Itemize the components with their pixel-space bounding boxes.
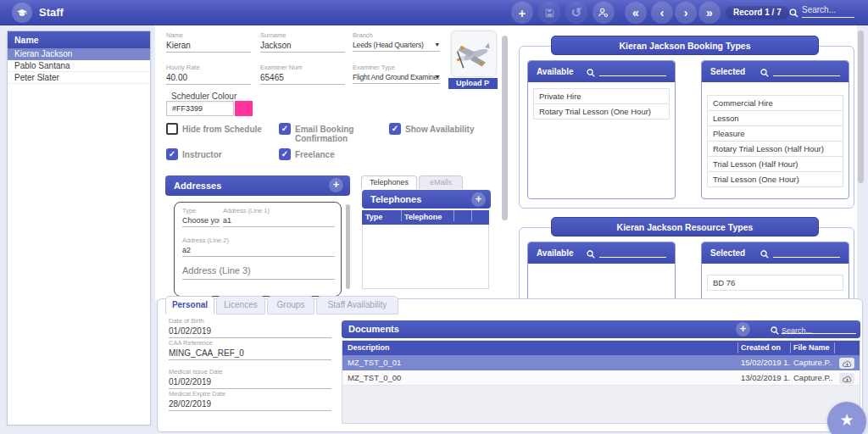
list-item[interactable]: Trial Lesson (One Hour) xyxy=(707,171,843,187)
hourly-rate-field: Hourly Rate 40.00 xyxy=(166,64,251,85)
date-of-birth-label: Date of Birth xyxy=(169,317,331,325)
telephones-table-body xyxy=(362,225,489,289)
address-line2-label: Address (Line 2) xyxy=(182,236,335,244)
date-of-birth-input[interactable]: 01/02/2019 xyxy=(169,326,331,338)
file-name-column: File Name xyxy=(793,341,830,355)
address-type-select[interactable]: Choose you xyxy=(182,216,220,227)
upload-photo-button[interactable]: Upload P xyxy=(448,78,498,89)
add-address-button[interactable]: + xyxy=(329,178,343,192)
save-floppy-icon xyxy=(544,8,555,19)
medical-issue-date-input[interactable]: 01/02/2019 xyxy=(169,377,331,389)
branch-field: Branch Leeds (Head Quarters)▼ xyxy=(353,31,440,52)
hide-from-schedule-checkbox[interactable] xyxy=(166,123,178,135)
download-document-button[interactable] xyxy=(839,358,854,369)
list-item[interactable]: Rotary Trial Lesson (One Hour) xyxy=(533,103,670,120)
name-input[interactable]: Kieran xyxy=(166,41,251,53)
form-scrollbar[interactable] xyxy=(502,36,508,220)
check-icon: ✓ xyxy=(281,149,288,159)
document-description: MZ_TST_0_01 xyxy=(348,355,602,370)
staff-photo[interactable] xyxy=(452,31,496,76)
staff-list-item[interactable]: Kieran Jackson xyxy=(8,48,150,60)
tab-staff-availability[interactable]: Staff Availability xyxy=(316,296,398,314)
booking-selected-search-input[interactable] xyxy=(773,75,840,76)
address-card: Type Choose you Address (Line 1) a1 Addr… xyxy=(174,202,342,297)
search-icon xyxy=(770,324,780,342)
resource-selected-list: BD 76 xyxy=(707,275,843,291)
examiner-num-field: Examiner Num 65465 xyxy=(260,64,345,85)
document-row[interactable]: MZ_TST_0_01 15/02/2019 1... Capture.P... xyxy=(342,355,860,370)
tab-groups[interactable]: Groups xyxy=(267,296,314,314)
scheduler-colour-swatch[interactable] xyxy=(235,101,253,116)
list-item[interactable]: Rotary Trial Lesson (Half Hour) xyxy=(707,141,843,157)
surname-field: Surname Jackson xyxy=(260,31,345,53)
resource-available-header: Available xyxy=(528,242,675,264)
download-document-button[interactable] xyxy=(839,373,854,384)
prev-record-icon: ‹ xyxy=(660,7,665,19)
examiner-num-input[interactable]: 65465 xyxy=(260,73,345,85)
resource-available-search-input[interactable] xyxy=(599,257,666,258)
search-icon xyxy=(586,66,596,81)
staff-list-header: Name xyxy=(8,31,150,48)
address-line2-input[interactable]: a2 xyxy=(182,246,335,257)
caa-reference-input[interactable]: MING_CAA_REF_0 xyxy=(169,348,331,360)
email-booking-confirmation-checkbox[interactable]: ✓ xyxy=(279,123,291,135)
document-description: MZ_TST_0_00 xyxy=(348,370,602,386)
scheduler-colour-input[interactable]: #FF3399 xyxy=(166,101,234,116)
documents-search-input[interactable]: Search... xyxy=(782,322,856,334)
right-panel-scrollbar[interactable] xyxy=(858,31,864,183)
list-item[interactable]: Trial Lesson (Half Hour) xyxy=(707,156,843,172)
list-item[interactable]: Private Hire xyxy=(533,88,670,104)
document-created-on: 15/02/2019 1... xyxy=(741,355,790,370)
add-document-button[interactable]: + xyxy=(736,322,750,337)
cloud-download-icon xyxy=(842,359,853,368)
first-record-button[interactable]: « xyxy=(625,2,647,24)
resource-selected-search-input[interactable] xyxy=(773,257,840,258)
instructor-checkbox[interactable]: ✓ xyxy=(166,148,178,160)
address-type-label: Type xyxy=(182,207,220,214)
medical-issue-date-label: Medical Issue Date xyxy=(169,368,331,376)
undo-button[interactable]: ↺ xyxy=(565,2,587,24)
tab-emails[interactable]: eMails xyxy=(419,175,463,189)
addresses-title: Addresses xyxy=(174,181,221,191)
column-divider xyxy=(737,342,738,353)
branch-select[interactable]: Leeds (Head Quarters)▼ xyxy=(353,41,440,52)
global-search-input[interactable]: Search... xyxy=(802,5,854,18)
examiner-type-select[interactable]: Flight And Ground Examiner▼ xyxy=(353,73,440,84)
address-line3-input[interactable]: Address (Line 3) xyxy=(182,265,335,280)
available-title: Available xyxy=(537,61,574,82)
booking-selected-panel: Selected Commercial Hire Lesson Pleasure… xyxy=(701,60,849,199)
column-divider xyxy=(453,210,454,221)
name-field: Name Kieran xyxy=(166,31,251,53)
next-record-button[interactable]: › xyxy=(675,2,697,24)
list-item[interactable]: Commercial Hire xyxy=(707,95,843,111)
add-record-button[interactable]: + xyxy=(511,2,533,24)
address-line1-input[interactable]: a1 xyxy=(223,216,335,227)
list-item[interactable]: Lesson xyxy=(707,110,843,126)
tab-telephones[interactable]: Telephones xyxy=(361,175,417,189)
prev-record-button[interactable]: ‹ xyxy=(651,2,673,24)
freelance-label: Freelance xyxy=(295,150,335,159)
show-availability-checkbox[interactable]: ✓ xyxy=(389,123,401,135)
email-booking-confirmation-label: Email Booking Confirmation xyxy=(295,125,364,143)
booking-available-search-input[interactable] xyxy=(599,75,666,76)
tab-personal[interactable]: Personal xyxy=(165,296,214,314)
hourly-rate-input[interactable]: 40.00 xyxy=(166,73,251,85)
medical-expire-date-input[interactable]: 28/02/2019 xyxy=(169,399,331,411)
document-row[interactable]: MZ_TST_0_00 13/02/2019 1... Capture.P... xyxy=(342,370,860,386)
last-record-icon: » xyxy=(706,7,713,19)
favourite-button[interactable]: ★ xyxy=(827,402,866,434)
save-button[interactable] xyxy=(538,2,560,24)
user-view-button[interactable] xyxy=(593,2,615,24)
freelance-checkbox[interactable]: ✓ xyxy=(279,148,291,160)
tab-licences[interactable]: Licences xyxy=(216,296,265,314)
addresses-scrollbar[interactable] xyxy=(346,204,350,289)
branch-label: Branch xyxy=(353,31,440,39)
staff-list-item[interactable]: Pablo Santana xyxy=(8,60,150,72)
medical-expire-date-label: Medical Expire Date xyxy=(169,390,331,398)
surname-input[interactable]: Jackson xyxy=(260,41,345,53)
staff-list-item[interactable]: Peter Slater xyxy=(8,72,150,84)
last-record-button[interactable]: » xyxy=(698,2,721,24)
list-item[interactable]: Pleasure xyxy=(707,125,843,142)
list-item[interactable]: BD 76 xyxy=(707,275,843,291)
add-telephone-button[interactable]: + xyxy=(471,192,486,207)
